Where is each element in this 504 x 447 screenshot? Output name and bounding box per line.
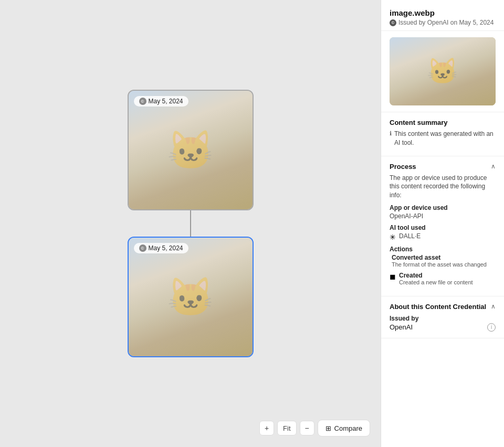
fit-button[interactable]: Fit (277, 421, 296, 435)
issued-by-line: Issued by OpenAI on May 5, 2024 (398, 19, 494, 26)
cr-icon-bottom: © (139, 244, 146, 252)
action2-desc: Created a new file or content (399, 279, 473, 285)
process-section: Process ∧ The app or device used to prod… (381, 156, 504, 296)
image-tree: © May 5, 2024 © May 5, 2024 (128, 90, 254, 357)
compare-icon: ⊞ (326, 424, 331, 432)
zoom-out-button[interactable]: − (300, 421, 314, 435)
right-panel: image.webp © Issued by OpenAI on May 5, … (381, 0, 504, 447)
panel-filename: image.webp (390, 8, 496, 17)
app-value: OpenAI-API (390, 212, 496, 220)
cr-icon-top: © (139, 98, 146, 105)
action1-title: Converted asset (392, 254, 496, 261)
about-section: About this Content Credential ∧ Issued b… (381, 296, 504, 338)
action-created: Created Created a new file or content (399, 272, 473, 285)
ai-tool-label: AI tool used (390, 224, 496, 231)
action-created-row: ◼ Created Created a new file or content (390, 272, 496, 285)
compare-button[interactable]: ⊞ Compare (318, 420, 370, 437)
action-converted: Converted asset The format of the asset … (390, 254, 496, 268)
process-header: Process ∧ (390, 163, 496, 171)
ai-tool-row: ✳ DALL·E (390, 232, 496, 241)
thumbnail-image (390, 37, 496, 105)
app-label: App or device used (390, 204, 496, 211)
connector-line (190, 210, 191, 237)
bottom-date-label: May 5, 2024 (149, 244, 183, 252)
info-circle-button[interactable]: i (487, 323, 496, 332)
cr-badge-header: © (390, 19, 396, 26)
compare-label: Compare (334, 424, 362, 432)
process-title: Process (390, 163, 416, 171)
top-image-card[interactable]: © May 5, 2024 (128, 90, 254, 210)
content-summary-title: Content summary (390, 119, 496, 126)
ai-tool-value: DALL·E (399, 232, 421, 240)
process-chevron[interactable]: ∧ (491, 163, 496, 170)
top-date-badge: © May 5, 2024 (134, 96, 188, 107)
about-chevron[interactable]: ∧ (491, 303, 496, 310)
panel-subtitle: © Issued by OpenAI on May 5, 2024 (390, 19, 496, 26)
bottom-controls: + Fit − ⊞ Compare (259, 420, 370, 437)
canvas-area: © May 5, 2024 © May 5, 2024 + Fit − ⊞ Co… (0, 0, 381, 447)
content-summary-text: This content was generated with an AI to… (394, 130, 496, 147)
top-date-label: May 5, 2024 (149, 98, 183, 105)
issued-by-value: OpenAI (390, 323, 413, 331)
bottom-image-card[interactable]: © May 5, 2024 (128, 237, 254, 357)
zoom-in-button[interactable]: + (259, 421, 274, 435)
actions-label: Actions (390, 246, 496, 253)
about-title: About this Content Credential (390, 303, 486, 311)
issued-by-label: Issued by (390, 315, 496, 322)
issued-by-row: OpenAI i (390, 323, 496, 332)
panel-header: image.webp © Issued by OpenAI on May 5, … (381, 0, 504, 31)
process-desc: The app or device used to produce this c… (390, 174, 496, 200)
action2-title: Created (399, 272, 473, 279)
bottom-date-badge: © May 5, 2024 (134, 243, 188, 253)
action1-desc: The format of the asset was changed (392, 261, 496, 268)
created-icon: ◼ (390, 272, 396, 281)
info-icon-summary: ℹ (390, 130, 392, 137)
content-summary-section: Content summary ℹ This content was gener… (381, 112, 504, 156)
dalle-icon: ✳ (390, 233, 396, 241)
about-header: About this Content Credential ∧ (390, 303, 496, 311)
thumbnail-section (381, 31, 504, 112)
